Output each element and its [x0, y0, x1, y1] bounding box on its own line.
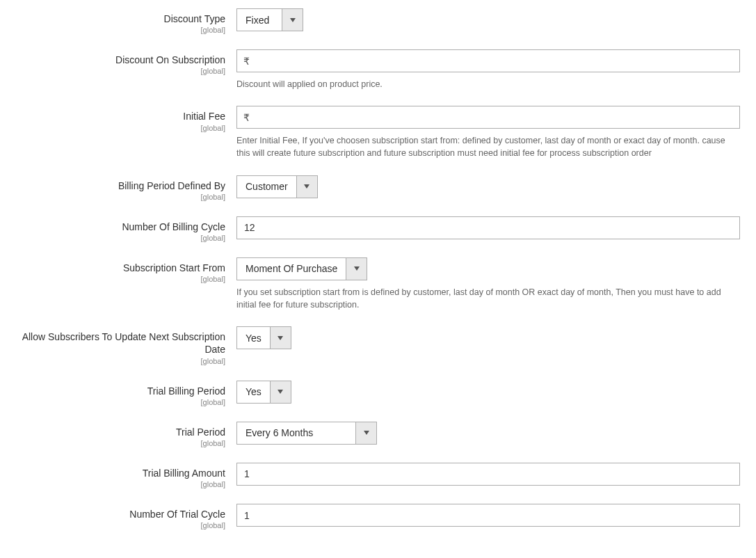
allow-update-next-date-label: Allow Subscribers To Update Next Subscri…: [0, 330, 225, 356]
scope-label: [global]: [0, 26, 225, 34]
trial-period-select[interactable]: Every 6 Months: [236, 422, 377, 445]
initial-fee-input[interactable]: [236, 106, 740, 129]
scope-label: [global]: [0, 67, 225, 75]
trial-billing-period-select[interactable]: Yes: [236, 381, 291, 404]
initial-fee-label: Initial Fee: [0, 110, 225, 122]
subscription-start-from-select[interactable]: Moment Of Purchase: [236, 257, 367, 280]
caret-down-icon: [355, 422, 376, 444]
subscription-start-from-value: Moment Of Purchase: [237, 258, 346, 280]
number-of-billing-cycle-label: Number Of Billing Cycle: [0, 221, 225, 233]
field-row-number-of-trial-cycle: Number Of Trial Cycle [global]: [0, 504, 749, 529]
discount-on-subscription-label: Discount On Subscription: [0, 54, 225, 66]
discount-on-subscription-hint: Discount will applied on product price.: [236, 78, 740, 90]
scope-label: [global]: [0, 480, 225, 488]
discount-type-value: Fixed: [237, 9, 282, 31]
field-row-discount-on-subscription: Discount On Subscription [global] ₹ Disc…: [0, 49, 749, 90]
scope-label: [global]: [0, 398, 225, 406]
field-row-subscription-start-from: Subscription Start From [global] Moment …: [0, 257, 749, 311]
billing-period-defined-by-select[interactable]: Customer: [236, 175, 318, 198]
scope-label: [global]: [0, 234, 225, 242]
caret-down-icon: [296, 176, 317, 198]
field-row-trial-billing-period: Trial Billing Period [global] Yes: [0, 381, 749, 406]
scope-label: [global]: [0, 124, 225, 132]
allow-update-next-date-value: Yes: [237, 327, 270, 349]
billing-period-defined-by-label: Billing Period Defined By: [0, 180, 225, 192]
field-row-trial-period: Trial Period [global] Every 6 Months: [0, 422, 749, 447]
discount-type-label: Discount Type: [0, 13, 225, 25]
allow-update-next-date-select[interactable]: Yes: [236, 326, 291, 349]
field-row-allow-update-next-date: Allow Subscribers To Update Next Subscri…: [0, 326, 749, 365]
billing-period-defined-by-value: Customer: [237, 176, 296, 198]
number-of-trial-cycle-label: Number Of Trial Cycle: [0, 508, 225, 520]
trial-billing-amount-label: Trial Billing Amount: [0, 467, 225, 479]
caret-down-icon: [270, 327, 291, 349]
scope-label: [global]: [0, 275, 225, 283]
field-row-trial-billing-amount: Trial Billing Amount [global]: [0, 463, 749, 488]
caret-down-icon: [346, 258, 367, 280]
discount-on-subscription-input[interactable]: [236, 49, 740, 72]
discount-type-select[interactable]: Fixed: [236, 8, 303, 31]
scope-label: [global]: [0, 193, 225, 201]
subscription-start-from-label: Subscription Start From: [0, 262, 225, 274]
trial-billing-period-value: Yes: [237, 381, 270, 403]
initial-fee-hint: Enter Initial Fee, If you've choosen sub…: [236, 134, 740, 159]
trial-period-label: Trial Period: [0, 426, 225, 438]
field-row-discount-type: Discount Type [global] Fixed: [0, 8, 749, 34]
field-row-initial-fee: Initial Fee [global] ₹ Enter Initial Fee…: [0, 106, 749, 159]
number-of-trial-cycle-input[interactable]: [236, 504, 740, 527]
scope-label: [global]: [0, 357, 225, 365]
caret-down-icon: [270, 381, 291, 403]
field-row-billing-period-defined-by: Billing Period Defined By [global] Custo…: [0, 175, 749, 201]
scope-label: [global]: [0, 439, 225, 447]
field-row-number-of-billing-cycle: Number Of Billing Cycle [global]: [0, 216, 749, 242]
trial-period-value: Every 6 Months: [237, 422, 355, 444]
trial-billing-period-label: Trial Billing Period: [0, 385, 225, 397]
subscription-start-from-hint: If you set subscription start from is de…: [236, 286, 740, 311]
trial-billing-amount-input[interactable]: [236, 463, 740, 486]
number-of-billing-cycle-input[interactable]: [236, 216, 740, 239]
caret-down-icon: [282, 9, 303, 31]
subscription-settings-form: Discount Type [global] Fixed Discount On…: [0, 0, 756, 558]
scope-label: [global]: [0, 521, 225, 529]
